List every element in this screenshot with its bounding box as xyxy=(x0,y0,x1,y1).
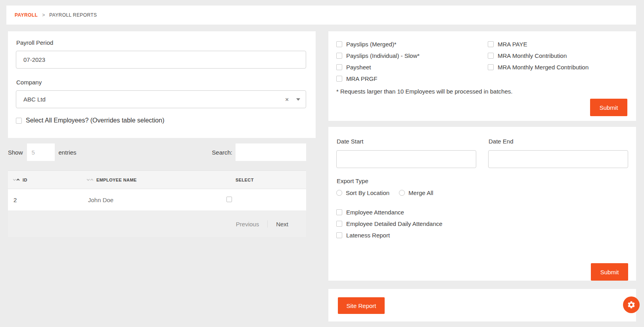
date-start-input[interactable] xyxy=(336,150,476,168)
select-all-employees-label: Select All Employees? (Overrides table s… xyxy=(26,117,165,124)
pagination-divider xyxy=(267,220,268,228)
date-end-input[interactable] xyxy=(488,150,628,168)
column-label-employee-name: EMPLOYEE NAME xyxy=(96,178,137,182)
select-all-row: Select All Employees? (Overrides table s… xyxy=(16,117,306,124)
checkbox-label: MRA PRGF xyxy=(346,75,377,82)
breadcrumb-current-page: PAYROLL REPORTS xyxy=(49,12,97,18)
table-controls: Show entries Search: xyxy=(8,143,306,161)
company-select[interactable]: ABC Ltd × xyxy=(16,90,306,108)
search-label: Search: xyxy=(212,149,232,156)
paysheet-checkbox[interactable] xyxy=(336,64,342,70)
column-header-employee-name[interactable]: EMPLOYEE NAME xyxy=(82,171,220,189)
column-label-id: ID xyxy=(23,178,27,182)
entries-length-input[interactable] xyxy=(27,143,55,161)
payroll-reports-submit-button[interactable]: Submit xyxy=(590,99,627,116)
checkbox-label: MRA PAYE xyxy=(498,41,527,48)
breadcrumb-separator: > xyxy=(42,12,45,18)
attendance-reports-panel: Date Start Date End Export Type Sort By … xyxy=(328,127,636,281)
checkbox-label: Paysheet xyxy=(346,64,371,71)
mra-prgf-checkbox[interactable] xyxy=(336,76,342,82)
column-header-select: SELECT xyxy=(220,171,306,189)
employee-name-cell: John Doe xyxy=(82,189,220,211)
sort-by-location-radio[interactable] xyxy=(336,190,342,196)
company-select-value: ABC Ltd xyxy=(23,96,285,103)
mra-monthly-contribution-checkbox[interactable] xyxy=(488,53,494,59)
site-report-button[interactable]: Site Report xyxy=(338,297,385,314)
sort-icons xyxy=(13,178,20,182)
payroll-period-input[interactable] xyxy=(16,51,306,69)
checkbox-label: Lateness Report xyxy=(346,232,390,239)
checkbox-label: MRA Monthly Merged Contribution xyxy=(498,64,588,71)
mra-paye-checkbox[interactable] xyxy=(488,41,494,47)
column-label-select: SELECT xyxy=(236,178,254,182)
payroll-reports-panel: Payslips (Merged)* Payslips (Individual)… xyxy=(328,31,636,121)
search-control: Search: xyxy=(212,143,306,161)
lateness-report-checkbox[interactable] xyxy=(336,232,342,238)
table-header-row: ID EMPLOYEE NAME SELECT xyxy=(8,171,306,189)
checkbox-label: Payslips (Merged)* xyxy=(346,41,397,48)
date-start-label: Date Start xyxy=(337,138,476,145)
site-report-panel: Site Report xyxy=(328,289,636,321)
previous-page-button[interactable]: Previous xyxy=(236,221,259,228)
clear-selection-icon[interactable]: × xyxy=(285,96,289,103)
left-column: Payroll Period Company ABC Ltd × Select … xyxy=(8,31,316,237)
show-label: Show xyxy=(8,149,23,156)
checkbox-label: MRA Monthly Contribution xyxy=(498,52,567,59)
report-options-right: MRA PAYE MRA Monthly Contribution MRA Mo… xyxy=(488,38,627,84)
merge-all-radio[interactable] xyxy=(399,190,405,196)
checkbox-label: Employee Detailed Daily Attendance xyxy=(346,220,443,227)
export-type-options: Sort By Location Merge All xyxy=(336,189,628,196)
radio-label: Merge All xyxy=(408,189,433,196)
employee-table: ID EMPLOYEE NAME SELECT xyxy=(8,170,306,237)
date-start-field: Date Start xyxy=(336,138,476,168)
table-row: 2 John Doe xyxy=(8,189,306,211)
radio-label: Sort By Location xyxy=(346,189,389,196)
next-page-button[interactable]: Next xyxy=(276,221,288,228)
gear-icon xyxy=(627,300,636,309)
payslips-merged-checkbox[interactable] xyxy=(336,41,342,47)
date-end-field: Date End xyxy=(488,138,628,168)
employee-select-checkbox[interactable] xyxy=(226,197,232,202)
report-options-left: Payslips (Merged)* Payslips (Individual)… xyxy=(336,38,488,84)
attendance-options: Employee Attendance Employee Detailed Da… xyxy=(336,207,628,241)
mra-monthly-merged-contribution-checkbox[interactable] xyxy=(488,64,494,70)
select-all-employees-checkbox[interactable] xyxy=(16,118,22,124)
breadcrumb: PAYROLL > PAYROLL REPORTS xyxy=(6,6,636,25)
filter-panel: Payroll Period Company ABC Ltd × Select … xyxy=(8,31,316,138)
batch-note: * Requests larger than 10 Employees will… xyxy=(336,88,627,95)
payslips-individual-checkbox[interactable] xyxy=(336,53,342,59)
column-header-id[interactable]: ID xyxy=(8,171,82,189)
employee-id-cell: 2 xyxy=(8,189,82,211)
export-type-label: Export Type xyxy=(337,178,628,184)
company-label: Company xyxy=(16,79,306,86)
sort-icons xyxy=(86,178,94,182)
breadcrumb-payroll-link[interactable]: PAYROLL xyxy=(15,12,38,18)
right-column: Payslips (Merged)* Payslips (Individual)… xyxy=(328,31,636,321)
checkbox-label: Employee Attendance xyxy=(346,209,404,216)
table-pagination: Previous Next xyxy=(8,211,306,237)
entries-label: entries xyxy=(59,149,77,156)
settings-fab-button[interactable] xyxy=(623,296,640,313)
checkbox-label: Payslips (Individual) - Slow* xyxy=(346,52,420,59)
date-end-label: Date End xyxy=(489,138,628,145)
attendance-submit-button[interactable]: Submit xyxy=(591,263,628,281)
chevron-down-icon[interactable] xyxy=(296,98,300,101)
payroll-period-label: Payroll Period xyxy=(16,39,306,46)
employee-attendance-checkbox[interactable] xyxy=(336,209,342,215)
search-input[interactable] xyxy=(236,143,306,161)
employee-detailed-daily-attendance-checkbox[interactable] xyxy=(336,221,342,227)
